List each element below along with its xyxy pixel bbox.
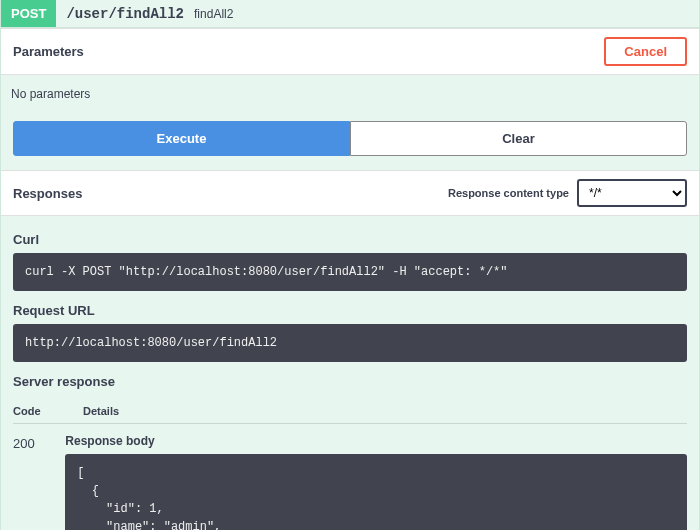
response-details: Response body [ { "id": 1, "name": "admi… — [65, 434, 687, 530]
status-code: 200 — [13, 434, 65, 530]
responses-header: Responses Response content type */* — [1, 170, 699, 216]
response-body-block[interactable]: [ { "id": 1, "name": "admin", "password"… — [65, 454, 687, 530]
parameters-heading: Parameters — [13, 44, 84, 59]
col-code-header: Code — [13, 405, 83, 417]
no-parameters-text: No parameters — [1, 75, 699, 121]
response-row: 200 Response body [ { "id": 1, "name": "… — [13, 434, 687, 530]
request-url-block[interactable]: http://localhost:8080/user/findAll2 — [13, 324, 687, 362]
http-method-badge: POST — [1, 0, 56, 27]
endpoint-summary: findAll2 — [194, 7, 233, 21]
responses-heading: Responses — [13, 186, 82, 201]
response-table-header: Code Details — [13, 395, 687, 424]
curl-command-block[interactable]: curl -X POST "http://localhost:8080/user… — [13, 253, 687, 291]
execute-button[interactable]: Execute — [13, 121, 350, 156]
request-url-heading: Request URL — [13, 303, 687, 318]
endpoint-header[interactable]: POST /user/findAll2 findAll2 — [0, 0, 700, 28]
parameters-header: Parameters Cancel — [1, 28, 699, 75]
cancel-button[interactable]: Cancel — [604, 37, 687, 66]
col-details-header: Details — [83, 405, 687, 417]
endpoint-path: /user/findAll2 — [56, 6, 194, 22]
response-body-heading: Response body — [65, 434, 687, 448]
content-type-group: Response content type */* — [448, 179, 687, 207]
server-response-heading: Server response — [13, 374, 687, 389]
action-button-row: Execute Clear — [1, 121, 699, 170]
content-type-label: Response content type — [448, 187, 569, 199]
curl-heading: Curl — [13, 232, 687, 247]
clear-button[interactable]: Clear — [350, 121, 687, 156]
content-type-select[interactable]: */* — [577, 179, 687, 207]
